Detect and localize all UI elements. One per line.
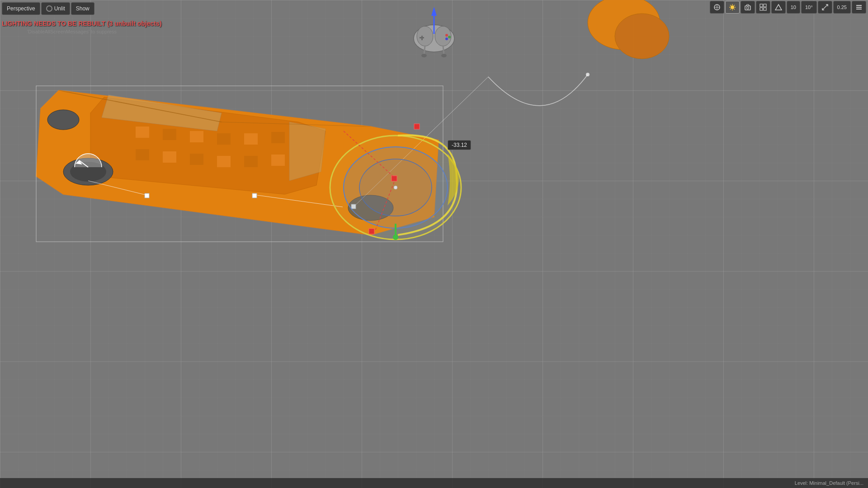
svg-line-55	[424, 46, 425, 54]
svg-rect-80	[760, 8, 763, 10]
svg-rect-2	[0, 0, 868, 488]
svg-line-74	[734, 5, 735, 6]
triangle-icon	[775, 4, 782, 11]
svg-rect-16	[217, 156, 231, 167]
svg-line-83	[822, 5, 828, 10]
svg-marker-82	[775, 5, 782, 10]
angle-value-button[interactable]: 10°	[801, 1, 817, 14]
svg-rect-78	[760, 4, 763, 7]
svg-rect-28	[252, 193, 257, 198]
perspective-button[interactable]: Perspective	[2, 2, 40, 15]
select-tool-button[interactable]	[710, 1, 724, 14]
scale-icon-button[interactable]	[818, 1, 832, 14]
sun-button[interactable]	[725, 1, 740, 14]
grid-button[interactable]	[756, 1, 770, 14]
svg-point-47	[417, 26, 433, 46]
svg-point-45	[615, 14, 669, 59]
svg-rect-12	[271, 132, 285, 143]
scene-canvas	[0, 0, 868, 488]
snap-value: 10	[791, 5, 796, 10]
svg-rect-84	[856, 5, 862, 6]
scale-value: 0.25	[837, 5, 847, 10]
svg-point-53	[445, 38, 448, 40]
svg-point-57	[421, 54, 427, 57]
svg-rect-10	[217, 133, 231, 145]
svg-rect-17	[244, 156, 258, 167]
select-icon	[713, 4, 721, 11]
svg-point-51	[445, 34, 448, 37]
svg-line-73	[734, 9, 735, 10]
perspective-label: Perspective	[7, 5, 35, 12]
snap-value-button[interactable]: 10	[787, 1, 800, 14]
camera-button[interactable]	[741, 1, 755, 14]
svg-rect-81	[764, 8, 766, 10]
svg-rect-76	[745, 6, 750, 10]
svg-rect-8	[163, 129, 176, 140]
viewport[interactable]: Perspective Unlit Show	[0, 0, 868, 488]
unlit-label: Unlit	[54, 5, 65, 12]
grid-icon	[760, 4, 767, 11]
warning-main: LIGHTING NEEDS TO BE REBUILT (3 unbuilt …	[2, 20, 161, 27]
unlit-button[interactable]: Unlit	[41, 2, 70, 15]
camera-icon	[744, 4, 751, 11]
svg-rect-13	[136, 149, 149, 160]
warning-sub-text: 'DisableAllScreenMessages' to suppress	[27, 29, 117, 34]
svg-point-21	[47, 110, 79, 130]
svg-point-43	[394, 186, 397, 189]
svg-point-37	[393, 235, 398, 240]
warning-subtitle: 'DisableAllScreenMessages' to suppress	[27, 29, 117, 34]
svg-rect-7	[136, 127, 149, 138]
unlit-checkbox	[46, 5, 52, 12]
rotation-tooltip: -33.12	[448, 140, 471, 150]
show-button[interactable]: Show	[71, 2, 94, 15]
menu-icon	[855, 4, 863, 11]
svg-rect-9	[190, 131, 203, 142]
sun-icon	[729, 4, 736, 11]
tooltip-value: -33.12	[452, 142, 467, 148]
level-status: Level: Minimal_Default (Persi...	[795, 480, 863, 486]
svg-line-72	[730, 5, 731, 6]
triangle-button[interactable]	[771, 1, 786, 14]
svg-rect-79	[764, 4, 766, 7]
svg-point-52	[448, 36, 451, 38]
status-bar: Level: Minimal_Default (Persi...	[0, 478, 868, 488]
svg-rect-86	[856, 9, 862, 9]
svg-point-77	[746, 7, 749, 9]
svg-rect-11	[244, 133, 258, 145]
svg-line-75	[730, 9, 731, 10]
show-label: Show	[76, 5, 90, 12]
svg-point-63	[586, 73, 590, 76]
scale-icon	[821, 4, 829, 11]
svg-point-67	[731, 5, 734, 9]
svg-rect-18	[271, 155, 285, 166]
svg-rect-40	[414, 124, 420, 129]
svg-rect-41	[392, 176, 397, 181]
scale-value-button[interactable]: 0.25	[833, 1, 851, 14]
right-toolbar: 10 10° 0.25	[710, 1, 866, 14]
svg-marker-6	[289, 122, 326, 181]
lighting-warning: LIGHTING NEEDS TO BE REBUILT (3 unbuilt …	[2, 20, 161, 27]
svg-rect-42	[369, 229, 374, 234]
angle-value: 10°	[805, 5, 813, 10]
svg-rect-27	[145, 193, 149, 198]
svg-rect-15	[190, 154, 203, 165]
svg-rect-85	[856, 7, 862, 8]
svg-rect-14	[163, 151, 176, 163]
svg-line-56	[443, 46, 444, 54]
svg-point-58	[441, 54, 447, 57]
menu-button[interactable]	[852, 1, 866, 14]
svg-rect-50	[421, 36, 423, 40]
